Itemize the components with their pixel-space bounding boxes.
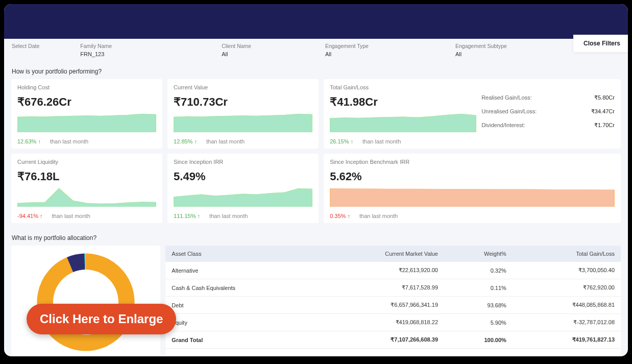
sparkline-current-value — [174, 112, 312, 132]
filter-label: Client Name — [222, 43, 251, 49]
filter-bar: Select Date Family Name FRN_123 Client N… — [4, 39, 628, 62]
gain-breakdown: Realised Gain/Loss:₹5.80Cr Unrealised Ga… — [476, 84, 615, 144]
delta-value: 111.15% ↑ — [174, 213, 200, 219]
delta-value: 0.35% ↑ — [330, 213, 350, 219]
cell-asset: Cash & Cash Equivalents — [165, 279, 315, 297]
delta-value: 12.85% ↑ — [174, 138, 197, 144]
allocation-table-card: Asset Class Current Market Value Weight%… — [165, 246, 621, 356]
filter-value: All — [222, 51, 251, 57]
kpi-delta: -94.41% ↑ than last month — [17, 213, 156, 219]
col-cmv[interactable]: Current Market Value — [315, 246, 444, 262]
cell-cmv: ₹22,613,920.00 — [315, 262, 444, 279]
filter-engagement-subtype[interactable]: Engagement Subtype All — [455, 43, 507, 57]
arrow-up-icon: ↑ — [198, 213, 201, 219]
side-label: Unrealised Gain/Loss: — [481, 108, 537, 115]
side-value: ₹5.80Cr — [594, 94, 615, 101]
kpi-label: Since Inception Benchmark IRR — [330, 159, 615, 165]
col-gain[interactable]: Total Gain/Loss — [513, 246, 621, 262]
sparkline-total-gain — [330, 112, 476, 132]
arrow-up-icon: ↑ — [40, 213, 43, 219]
cell-cmv: ₹7,107,266,608.39 — [315, 331, 444, 349]
close-filters-button[interactable]: Close Filters — [573, 35, 628, 52]
kpi-delta: 12.63% ↑ than last month — [17, 138, 156, 144]
kpi-row-2: Current Liquidity ₹76.18L -94.41% ↑ than… — [4, 154, 628, 223]
arrow-up-icon: ↑ — [38, 138, 41, 144]
sparkline-bench-irr — [330, 186, 615, 207]
kpi-label: Current Value — [174, 84, 312, 90]
arrow-up-icon: ↑ — [347, 213, 350, 219]
col-weight[interactable]: Weight% — [444, 246, 513, 262]
side-label: Realised Gain/Loss: — [481, 94, 531, 101]
col-asset[interactable]: Asset Class — [165, 246, 315, 262]
side-value: ₹34.47Cr — [591, 108, 615, 115]
kpi-row-1: Holding Cost ₹676.26Cr 12.63% ↑ than las… — [4, 79, 628, 149]
delta-text: than last month — [359, 213, 398, 219]
side-label: Dividend/Interest: — [481, 122, 525, 129]
cell-gain: ₹448,085,868.81 — [513, 297, 621, 314]
filter-value: FRN_123 — [80, 51, 112, 57]
cell-weight: 0.11% — [444, 279, 513, 297]
filter-label: Engagement Subtype — [455, 43, 507, 49]
kpi-delta: 26.15% ↑ than last month — [330, 138, 476, 144]
sparkline-liquidity — [17, 186, 156, 207]
cell-gain: ₹3,700,050.40 — [513, 262, 621, 279]
top-bar — [4, 4, 628, 39]
cell-gain: ₹-32,787,012.08 — [513, 314, 621, 331]
kpi-delta: 12.85% ↑ than last month — [174, 138, 312, 144]
arrow-up-icon: ↑ — [351, 138, 354, 144]
delta-text: than last month — [50, 138, 88, 144]
donut-chart — [32, 249, 139, 356]
cell-gain: ₹419,761,827.13 — [513, 331, 621, 349]
kpi-label: Total Gain/Loss — [330, 84, 476, 90]
enlarge-button[interactable]: Click Here to Enlarge — [27, 304, 176, 334]
kpi-delta: 111.15% ↑ than last month — [174, 213, 312, 219]
cell-weight: 0.32% — [444, 262, 513, 279]
kpi-delta: 0.35% ↑ than last month — [330, 213, 615, 219]
cell-asset: Equity — [165, 314, 315, 331]
table-row[interactable]: Alternative₹22,613,920.000.32%₹3,700,050… — [165, 262, 621, 279]
kpi-irr: Since Inception IRR 5.49% 111.15% ↑ than… — [167, 154, 319, 223]
cell-weight: 93.68% — [444, 297, 513, 314]
cell-asset: Debt — [165, 297, 315, 314]
kpi-current-value: Current Value ₹710.73Cr 12.85% ↑ than la… — [167, 79, 319, 149]
filter-select-date[interactable]: Select Date — [12, 43, 39, 51]
kpi-value: ₹41.98Cr — [330, 95, 476, 109]
section-title-allocation: What is my portfolio allocation? — [4, 228, 628, 246]
sparkline-irr — [174, 186, 312, 207]
filter-family-name[interactable]: Family Name FRN_123 — [80, 43, 112, 57]
kpi-holding-cost: Holding Cost ₹676.26Cr 12.63% ↑ than las… — [11, 79, 162, 149]
table-row[interactable]: Cash & Cash Equivalents₹7,617,528.990.11… — [165, 279, 621, 297]
table-row[interactable]: Grand Total₹7,107,266,608.39100.00%₹419,… — [165, 331, 621, 349]
kpi-total-gain: Total Gain/Loss ₹41.98Cr 26.15% ↑ than l… — [324, 79, 621, 149]
sparkline-holding-cost — [17, 112, 156, 132]
table-row[interactable]: Debt₹6,657,966,341.1993.68%₹448,085,868.… — [165, 297, 621, 314]
allocation-table: Asset Class Current Market Value Weight%… — [165, 246, 621, 349]
filter-label: Select Date — [12, 43, 39, 49]
delta-text: than last month — [52, 213, 90, 219]
cell-cmv: ₹7,617,528.99 — [315, 279, 444, 297]
kpi-value: 5.49% — [174, 170, 312, 183]
kpi-value: ₹710.73Cr — [174, 95, 312, 109]
kpi-bench-irr: Since Inception Benchmark IRR 5.62% 0.35… — [324, 154, 621, 223]
cell-gain: ₹762,920.00 — [513, 279, 621, 297]
kpi-liquidity: Current Liquidity ₹76.18L -94.41% ↑ than… — [11, 154, 162, 223]
filter-value: All — [325, 51, 369, 57]
delta-text: than last month — [206, 138, 245, 144]
filter-client-name[interactable]: Client Name All — [222, 43, 251, 57]
kpi-value: ₹76.18L — [17, 170, 156, 183]
section-title-performance: How is your portfolio performing? — [4, 62, 628, 79]
kpi-value: ₹676.26Cr — [17, 95, 156, 109]
delta-text: than last month — [209, 213, 248, 219]
filter-label: Engagement Type — [325, 43, 369, 49]
cell-weight: 5.90% — [444, 314, 513, 331]
kpi-label: Holding Cost — [17, 84, 156, 90]
kpi-label: Since Inception IRR — [174, 159, 312, 165]
allocation-row: Asset Class Current Market Value Weight%… — [4, 246, 628, 356]
delta-value: 26.15% ↑ — [330, 138, 353, 144]
kpi-label: Current Liquidity — [17, 159, 156, 165]
delta-text: than last month — [362, 138, 401, 144]
table-row[interactable]: Equity₹419,068,818.225.90%₹-32,787,012.0… — [165, 314, 621, 331]
filter-engagement-type[interactable]: Engagement Type All — [325, 43, 369, 57]
cell-cmv: ₹419,068,818.22 — [315, 314, 444, 331]
filter-label: Family Name — [80, 43, 112, 49]
